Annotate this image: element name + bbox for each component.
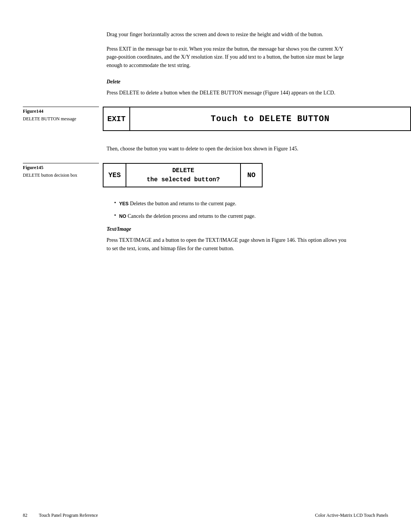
- footer-left: 82 Touch Panel Program Reference: [23, 513, 98, 518]
- bullet-list: • YES Deletes the button and returns to …: [114, 200, 350, 220]
- figure-145-display: YES DELETE the selected button? NO: [103, 163, 411, 187]
- page: Drag your finger horizontally across the…: [0, 0, 411, 532]
- figure-145-line2: the selected button?: [147, 175, 220, 184]
- bullet-content-area: • YES Deletes the button and returns to …: [23, 195, 411, 259]
- top-content-area: Drag your finger horizontally across the…: [23, 30, 411, 103]
- bullet-no-desc: Cancels the deletion process and returns…: [126, 213, 256, 219]
- footer-right-title: Color Active-Matrix LCD Touch Panels: [315, 513, 388, 518]
- figure-144-box: EXIT Touch to DELETE BUTTON: [103, 107, 411, 131]
- paragraph-4: Then, choose the button you want to dele…: [107, 145, 350, 153]
- figure-144-exit-label: EXIT: [104, 107, 130, 130]
- figure-145-box: YES DELETE the selected button? NO: [103, 163, 263, 187]
- figure-144-title: Figure144: [23, 107, 99, 114]
- paragraph-3: Press DELETE to delete a button when the…: [107, 89, 350, 97]
- bullet-yes-text: YES Deletes the button and returns to th…: [119, 200, 236, 208]
- bullet-yes-desc: Deletes the button and returns to the cu…: [129, 201, 236, 206]
- figure-144-display: EXIT Touch to DELETE BUTTON: [103, 107, 411, 131]
- figure-145-yes-label: YES: [104, 164, 126, 187]
- top-sidebar: [23, 30, 103, 103]
- figure-145-title: Figure145: [23, 163, 99, 171]
- figure-145-label-col: Figure145 DELETE button decision box: [23, 163, 103, 179]
- paragraph-2: Press EXIT in the message bar to exit. W…: [107, 45, 350, 70]
- bullet-yes-item: • YES Deletes the button and returns to …: [114, 200, 350, 208]
- bullet-yes-keyword: YES: [119, 201, 129, 206]
- delete-heading: Delete: [107, 79, 350, 85]
- figure-144-row: Figure144 DELETE BUTTON message EXIT Tou…: [23, 107, 411, 131]
- figure-145-no-label: NO: [241, 164, 262, 187]
- figure-144-caption: DELETE BUTTON message: [23, 116, 99, 122]
- figure-144-label-col: Figure144 DELETE BUTTON message: [23, 107, 103, 122]
- bullet-main: • YES Deletes the button and returns to …: [107, 195, 350, 259]
- footer: 82 Touch Panel Program Reference Color A…: [0, 513, 411, 518]
- figure-145-line1: DELETE: [172, 166, 194, 175]
- textimage-heading: Text/Image: [107, 226, 350, 232]
- mid-sidebar: [23, 139, 103, 159]
- mid-main: Then, choose the button you want to dele…: [107, 139, 350, 159]
- footer-left-title: Touch Panel Program Reference: [39, 513, 98, 518]
- bullet-sidebar: [23, 195, 103, 259]
- footer-page-number: 82: [23, 513, 27, 518]
- figure-145-caption: DELETE button decision box: [23, 172, 99, 179]
- figure-145-row: Figure145 DELETE button decision box YES…: [23, 163, 411, 187]
- paragraph-5: Press TEXT/IMAGE and a button to open th…: [107, 236, 350, 252]
- bullet-no-keyword: NO: [119, 214, 126, 219]
- bullet-no-text: NO Cancels the deletion process and retu…: [119, 212, 256, 220]
- bullet-yes-dot: •: [114, 200, 116, 206]
- mid-content-area: Then, choose the button you want to dele…: [23, 139, 411, 159]
- figure-144-message: Touch to DELETE BUTTON: [130, 107, 410, 130]
- top-main: Drag your finger horizontally across the…: [107, 30, 350, 103]
- paragraph-1: Drag your finger horizontally across the…: [107, 30, 350, 39]
- bullet-no-item: • NO Cancels the deletion process and re…: [114, 212, 350, 220]
- bullet-no-dot: •: [114, 212, 116, 219]
- figure-145-center: DELETE the selected button?: [126, 164, 241, 187]
